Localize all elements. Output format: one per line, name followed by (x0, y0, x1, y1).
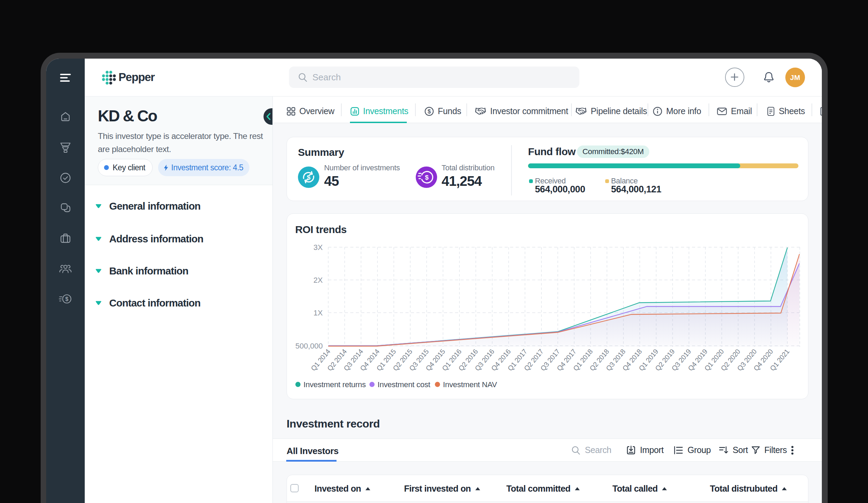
svg-text:$: $ (307, 174, 311, 181)
svg-text:$: $ (425, 174, 429, 181)
svg-text:Investment returns: Investment returns (303, 380, 366, 389)
svg-text:Investment NAV: Investment NAV (443, 380, 497, 389)
svg-text:1X: 1X (313, 309, 323, 317)
svg-text:500,000: 500,000 (295, 342, 323, 350)
svg-text:$: $ (65, 296, 69, 302)
svg-text:$: $ (428, 108, 431, 114)
svg-text:3X: 3X (313, 243, 323, 252)
svg-text:Investment cost: Investment cost (378, 380, 431, 389)
svg-text:2X: 2X (313, 276, 323, 284)
